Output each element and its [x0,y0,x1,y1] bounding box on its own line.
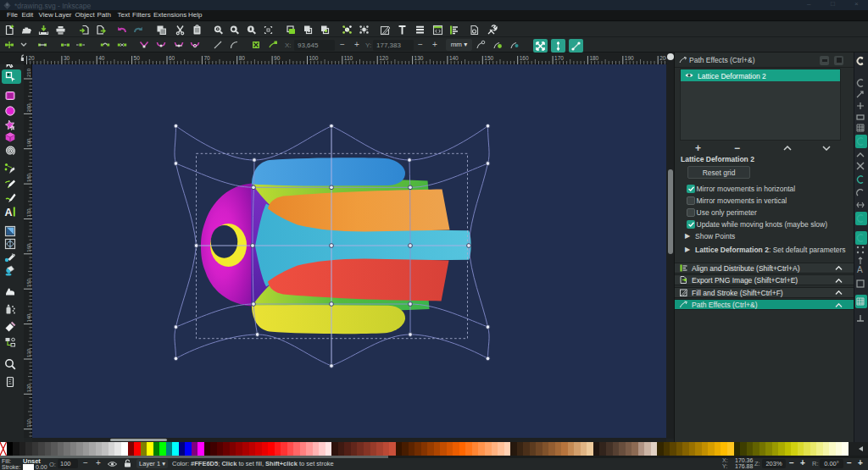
svg-text:150: 150 [26,279,31,288]
svg-text:180: 180 [26,173,31,182]
svg-text:50: 50 [134,55,141,61]
svg-text:170: 170 [554,55,564,61]
svg-text:200: 200 [26,103,31,113]
svg-text:110: 110 [26,418,31,427]
svg-text:130: 130 [415,55,424,61]
svg-text:160: 160 [520,55,529,61]
svg-text:200: 200 [659,55,666,61]
svg-text:190: 190 [625,55,634,61]
svg-text:120: 120 [26,384,31,393]
svg-text:150: 150 [484,55,493,61]
svg-text:A: A [857,265,863,274]
svg-text:60: 60 [169,55,175,61]
svg-text:120: 120 [379,55,388,61]
svg-text:70: 70 [203,55,210,61]
svg-text:180: 180 [589,55,598,61]
svg-text:140: 140 [26,313,31,323]
svg-text:90: 90 [274,55,281,61]
svg-text:80: 80 [239,55,246,61]
svg-text:160: 160 [26,243,31,252]
svg-text:130: 130 [26,348,31,357]
svg-text:20: 20 [29,55,36,61]
svg-text:140: 140 [449,55,459,61]
svg-text:100: 100 [309,55,319,61]
svg-text:210: 210 [26,68,31,77]
svg-text:A: A [5,206,13,218]
svg-text:190: 190 [26,138,31,147]
svg-text:110: 110 [344,55,353,61]
svg-text:170: 170 [26,208,31,218]
svg-text:30: 30 [64,55,70,61]
svg-text:40: 40 [98,55,105,61]
